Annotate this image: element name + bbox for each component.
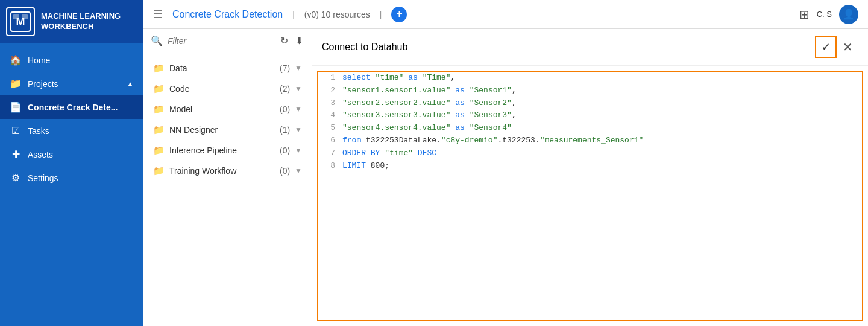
datahub-title: Connect to Datahub — [322, 42, 407, 53]
tree-item-training-workflow[interactable]: 📁 Training Workflow (0) ▼ — [143, 161, 312, 181]
line-content: ORDER BY "time" DESC — [342, 147, 436, 160]
user-avatar[interactable]: 👤 — [839, 5, 858, 24]
svg-rect-3 — [22, 14, 28, 19]
line-number: 3 — [326, 97, 335, 110]
tree-count: (0) — [280, 104, 290, 114]
tree-label: Code — [169, 84, 275, 94]
tree-item-model[interactable]: 📁 Model (0) ▼ — [143, 99, 312, 120]
line-content: "sensor2.sensor2.value" as "Sensor2", — [342, 97, 517, 110]
code-line: 8LIMIT 800; — [318, 160, 862, 173]
add-resource-button[interactable]: + — [391, 7, 407, 22]
tree-label: Inference Pipeline — [169, 145, 275, 155]
sidebar-item-assets[interactable]: ✚ Assets — [0, 142, 143, 166]
tree-count: (2) — [280, 84, 290, 94]
menu-icon[interactable]: ☰ — [153, 8, 163, 21]
chevron-down-icon: ▼ — [295, 85, 302, 93]
code-line: 2"sensor1.sensor1.value" as "Sensor1", — [318, 85, 862, 97]
brand-header: M MACHINE LEARNING WORKBENCH — [0, 0, 143, 43]
topbar-divider: | — [292, 10, 295, 19]
tree-count: (0) — [280, 145, 290, 155]
tree-label: Training Workflow — [169, 166, 275, 176]
version-meta: (v0) 10 resources — [304, 10, 370, 19]
tree-item-code[interactable]: 📁 Code (2) ▼ — [143, 78, 312, 99]
chevron-down-icon: ▼ — [295, 167, 302, 175]
line-number: 5 — [326, 122, 335, 135]
content-area: 🔍 ↻ ⬇ ⬆ 📁 Data (7) ▼ 📁 Code (2) ▼ — [143, 29, 868, 326]
sidebar-item-current-project[interactable]: 📄 Concrete Crack Dete... — [0, 95, 143, 119]
brand-icon: M — [6, 7, 35, 36]
chevron-down-icon: ▼ — [295, 105, 302, 113]
line-content: "sensor3.sensor3.value" as "Sensor3", — [342, 109, 517, 122]
download-button[interactable]: ⬇ — [294, 34, 304, 48]
folder-icon: 📁 — [153, 83, 165, 94]
projects-chevron-icon: ▲ — [127, 80, 134, 88]
tasks-icon: ☑ — [10, 125, 22, 136]
user-initials: C. S — [817, 10, 832, 19]
code-line: 4"sensor3.sensor3.value" as "Sensor3", — [318, 109, 862, 122]
project-file-icon: 📄 — [10, 101, 22, 113]
tree-label: Data — [169, 63, 275, 73]
project-title: Concrete Crack Detection — [172, 9, 283, 20]
code-line: 1select "time" as "Time", — [318, 72, 862, 85]
sidebar-item-tasks[interactable]: ☑ Tasks — [0, 119, 143, 142]
line-content: LIMIT 800; — [342, 160, 389, 173]
line-content: "sensor4.sensor4.value" as "Sensor4" — [342, 122, 512, 135]
tree-item-data[interactable]: 📁 Data (7) ▼ — [143, 58, 312, 78]
tree-item-nn-designer[interactable]: 📁 NN Designer (1) ▼ — [143, 120, 312, 140]
home-icon: 🏠 — [10, 54, 22, 66]
topbar-divider2: | — [380, 10, 382, 19]
code-line: 5"sensor4.sensor4.value" as "Sensor4" — [318, 122, 862, 135]
file-panel: 🔍 ↻ ⬇ ⬆ 📁 Data (7) ▼ 📁 Code (2) ▼ — [143, 29, 312, 326]
main-content: ☰ Concrete Crack Detection | (v0) 10 res… — [143, 0, 868, 326]
tree-count: (7) — [280, 63, 290, 73]
chevron-down-icon: ▼ — [295, 64, 302, 72]
code-line: 3"sensor2.sensor2.value" as "Sensor2", — [318, 97, 862, 110]
topbar-right: ⊞ C. S 👤 — [799, 5, 858, 24]
sidebar-item-settings[interactable]: ⚙ Settings — [0, 166, 143, 190]
sidebar-item-home[interactable]: 🏠 Home — [0, 48, 143, 72]
code-line: 6from t322253DataLake."c8y-dremio".t3222… — [318, 135, 862, 147]
line-content: from t322253DataLake."c8y-dremio".t32225… — [342, 135, 643, 147]
folder-icon: 📁 — [153, 145, 165, 156]
chevron-down-icon: ▼ — [295, 126, 302, 134]
folder-icon: 📁 — [153, 63, 165, 74]
settings-icon: ⚙ — [10, 172, 22, 184]
editor-area: Connect to Datahub ✓ ✕ 1select "time" as… — [312, 29, 868, 326]
chevron-down-icon: ▼ — [295, 146, 302, 155]
confirm-button[interactable]: ✓ — [815, 36, 837, 58]
sidebar-nav: 🏠 Home 📁 Projects ▲ 📄 Concrete Crack Det… — [0, 43, 143, 326]
code-line: 7ORDER BY "time" DESC — [318, 147, 862, 160]
tree-count: (0) — [280, 166, 290, 176]
tree-item-inference-pipeline[interactable]: 📁 Inference Pipeline (0) ▼ — [143, 140, 312, 161]
filter-input[interactable] — [168, 36, 274, 46]
line-number: 8 — [326, 160, 335, 173]
assets-icon: ✚ — [10, 149, 22, 160]
line-content: "sensor1.sensor1.value" as "Sensor1", — [342, 85, 517, 97]
datahub-header: Connect to Datahub ✓ ✕ — [312, 29, 868, 66]
line-number: 1 — [326, 72, 335, 85]
refresh-button[interactable]: ↻ — [279, 34, 289, 48]
svg-rect-2 — [13, 14, 19, 19]
line-number: 6 — [326, 135, 335, 147]
tree-count: (1) — [280, 125, 290, 135]
close-button[interactable]: ✕ — [837, 36, 858, 58]
tree-label: Model — [169, 104, 275, 114]
folder-icon: 📁 — [153, 104, 165, 115]
folder-icon: 📁 — [153, 124, 165, 135]
line-content: select "time" as "Time", — [342, 72, 455, 85]
tree-label: NN Designer — [169, 125, 275, 135]
line-number: 2 — [326, 85, 335, 97]
line-number: 4 — [326, 109, 335, 122]
code-editor[interactable]: 1select "time" as "Time",2"sensor1.senso… — [317, 71, 863, 321]
topbar: ☰ Concrete Crack Detection | (v0) 10 res… — [143, 0, 868, 29]
projects-icon: 📁 — [10, 78, 22, 89]
sidebar: M MACHINE LEARNING WORKBENCH 🏠 Home 📁 Pr… — [0, 0, 143, 326]
folder-icon: 📁 — [153, 165, 165, 176]
file-search-bar: 🔍 ↻ ⬇ ⬆ — [143, 29, 312, 53]
line-number: 7 — [326, 147, 335, 160]
sidebar-item-projects[interactable]: 📁 Projects ▲ — [0, 72, 143, 95]
search-icon: 🔍 — [151, 35, 163, 46]
brand-text: MACHINE LEARNING WORKBENCH — [41, 11, 121, 32]
file-tree: 📁 Data (7) ▼ 📁 Code (2) ▼ 📁 Model (0) ▼ — [143, 53, 312, 326]
grid-icon[interactable]: ⊞ — [799, 7, 810, 22]
